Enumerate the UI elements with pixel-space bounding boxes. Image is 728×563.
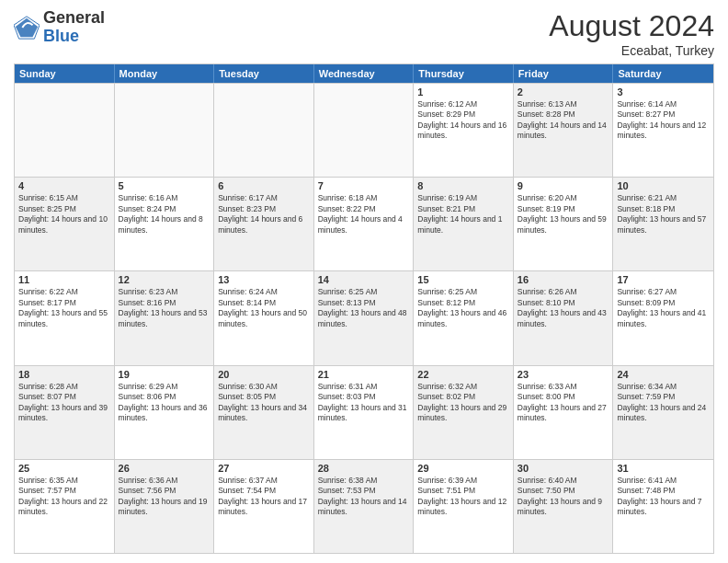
day-number: 3	[617, 86, 710, 98]
day-number: 14	[318, 274, 410, 285]
cell-info: Sunrise: 6:38 AM Sunset: 7:53 PM Dayligh…	[318, 476, 410, 518]
cell-info: Sunrise: 6:26 AM Sunset: 8:10 PM Dayligh…	[518, 287, 609, 329]
day-of-week-header: Monday	[115, 64, 215, 83]
calendar-cell	[214, 84, 314, 177]
day-number: 20	[218, 369, 310, 380]
calendar-cell: 23Sunrise: 6:33 AM Sunset: 8:00 PM Dayli…	[514, 366, 614, 459]
cell-info: Sunrise: 6:25 AM Sunset: 8:13 PM Dayligh…	[318, 287, 410, 329]
day-number: 23	[518, 369, 609, 380]
day-number: 7	[318, 180, 410, 191]
calendar-cell: 25Sunrise: 6:35 AM Sunset: 7:57 PM Dayli…	[15, 460, 115, 553]
day-number: 9	[518, 180, 609, 191]
logo-text: General Blue	[43, 9, 105, 46]
calendar-week-row: 11Sunrise: 6:22 AM Sunset: 8:17 PM Dayli…	[15, 270, 713, 364]
calendar-cell: 27Sunrise: 6:37 AM Sunset: 7:54 PM Dayli…	[214, 460, 314, 553]
calendar-week-row: 25Sunrise: 6:35 AM Sunset: 7:57 PM Dayli…	[15, 459, 713, 553]
calendar-cell: 5Sunrise: 6:16 AM Sunset: 8:24 PM Daylig…	[115, 178, 215, 270]
day-number: 26	[119, 463, 210, 474]
cell-info: Sunrise: 6:14 AM Sunset: 8:27 PM Dayligh…	[617, 99, 710, 142]
calendar-cell: 19Sunrise: 6:29 AM Sunset: 8:06 PM Dayli…	[115, 366, 215, 459]
calendar-cell: 22Sunrise: 6:32 AM Sunset: 8:02 PM Dayli…	[414, 366, 514, 459]
calendar-cell: 29Sunrise: 6:39 AM Sunset: 7:51 PM Dayli…	[414, 460, 514, 553]
calendar-cell: 11Sunrise: 6:22 AM Sunset: 8:17 PM Dayli…	[15, 271, 115, 364]
cell-info: Sunrise: 6:18 AM Sunset: 8:22 PM Dayligh…	[318, 193, 410, 236]
calendar-cell: 1Sunrise: 6:12 AM Sunset: 8:29 PM Daylig…	[414, 84, 514, 177]
cell-info: Sunrise: 6:16 AM Sunset: 8:24 PM Dayligh…	[119, 193, 210, 236]
calendar-header-row: SundayMondayTuesdayWednesdayThursdayFrid…	[15, 64, 713, 83]
calendar-cell: 10Sunrise: 6:21 AM Sunset: 8:18 PM Dayli…	[613, 178, 713, 270]
calendar-cell: 2Sunrise: 6:13 AM Sunset: 8:28 PM Daylig…	[514, 84, 614, 177]
day-number: 4	[18, 180, 110, 191]
cell-info: Sunrise: 6:19 AM Sunset: 8:21 PM Dayligh…	[417, 193, 509, 236]
cell-info: Sunrise: 6:15 AM Sunset: 8:25 PM Dayligh…	[18, 193, 110, 236]
cell-info: Sunrise: 6:23 AM Sunset: 8:16 PM Dayligh…	[119, 287, 210, 329]
calendar-cell: 6Sunrise: 6:17 AM Sunset: 8:23 PM Daylig…	[214, 178, 314, 270]
cell-info: Sunrise: 6:20 AM Sunset: 8:19 PM Dayligh…	[518, 193, 609, 236]
day-number: 16	[518, 274, 609, 285]
calendar-cell: 7Sunrise: 6:18 AM Sunset: 8:22 PM Daylig…	[314, 178, 415, 270]
month-year: August 2024	[549, 9, 714, 43]
day-of-week-header: Friday	[514, 64, 614, 83]
day-of-week-header: Tuesday	[214, 64, 314, 83]
cell-info: Sunrise: 6:41 AM Sunset: 7:48 PM Dayligh…	[617, 476, 710, 518]
day-number: 21	[318, 369, 410, 380]
logo-icon	[14, 15, 40, 40]
calendar-cell: 15Sunrise: 6:25 AM Sunset: 8:12 PM Dayli…	[414, 271, 514, 364]
day-number: 31	[617, 463, 710, 474]
cell-info: Sunrise: 6:30 AM Sunset: 8:05 PM Dayligh…	[218, 382, 310, 424]
cell-info: Sunrise: 6:28 AM Sunset: 8:07 PM Dayligh…	[18, 382, 110, 424]
calendar-cell: 18Sunrise: 6:28 AM Sunset: 8:07 PM Dayli…	[15, 366, 115, 459]
calendar-cell: 16Sunrise: 6:26 AM Sunset: 8:10 PM Dayli…	[514, 271, 614, 364]
day-number: 15	[417, 274, 509, 285]
calendar-cell: 13Sunrise: 6:24 AM Sunset: 8:14 PM Dayli…	[214, 271, 314, 364]
calendar-week-row: 4Sunrise: 6:15 AM Sunset: 8:25 PM Daylig…	[15, 177, 713, 270]
calendar-cell: 4Sunrise: 6:15 AM Sunset: 8:25 PM Daylig…	[15, 178, 115, 270]
day-number: 2	[518, 86, 609, 98]
cell-info: Sunrise: 6:35 AM Sunset: 7:57 PM Dayligh…	[18, 476, 110, 518]
cell-info: Sunrise: 6:39 AM Sunset: 7:51 PM Dayligh…	[417, 476, 509, 518]
day-number: 30	[518, 463, 609, 474]
location: Eceabat, Turkey	[549, 43, 714, 58]
cell-info: Sunrise: 6:32 AM Sunset: 8:02 PM Dayligh…	[417, 382, 509, 424]
calendar-cell: 26Sunrise: 6:36 AM Sunset: 7:56 PM Dayli…	[115, 460, 215, 553]
cell-info: Sunrise: 6:24 AM Sunset: 8:14 PM Dayligh…	[218, 287, 310, 329]
cell-info: Sunrise: 6:21 AM Sunset: 8:18 PM Dayligh…	[617, 193, 710, 236]
cell-info: Sunrise: 6:31 AM Sunset: 8:03 PM Dayligh…	[318, 382, 410, 424]
day-number: 19	[119, 369, 210, 380]
day-number: 17	[617, 274, 710, 285]
cell-info: Sunrise: 6:37 AM Sunset: 7:54 PM Dayligh…	[218, 476, 310, 518]
day-of-week-header: Thursday	[414, 64, 514, 83]
day-number: 29	[417, 463, 509, 474]
calendar-cell: 3Sunrise: 6:14 AM Sunset: 8:27 PM Daylig…	[613, 84, 713, 177]
cell-info: Sunrise: 6:13 AM Sunset: 8:28 PM Dayligh…	[518, 99, 609, 142]
cell-info: Sunrise: 6:40 AM Sunset: 7:50 PM Dayligh…	[518, 476, 609, 518]
day-number: 18	[18, 369, 110, 380]
day-number: 11	[18, 274, 110, 285]
day-number: 28	[318, 463, 410, 474]
day-number: 25	[18, 463, 110, 474]
day-number: 27	[218, 463, 310, 474]
logo-blue: Blue	[43, 27, 79, 45]
day-number: 5	[119, 180, 210, 191]
day-number: 13	[218, 274, 310, 285]
calendar-cell: 24Sunrise: 6:34 AM Sunset: 7:59 PM Dayli…	[613, 366, 713, 459]
cell-info: Sunrise: 6:25 AM Sunset: 8:12 PM Dayligh…	[417, 287, 509, 329]
cell-info: Sunrise: 6:29 AM Sunset: 8:06 PM Dayligh…	[119, 382, 210, 424]
calendar-cell: 9Sunrise: 6:20 AM Sunset: 8:19 PM Daylig…	[514, 178, 614, 270]
day-number: 8	[417, 180, 509, 191]
cell-info: Sunrise: 6:17 AM Sunset: 8:23 PM Dayligh…	[218, 193, 310, 236]
header: General Blue August 2024 Eceabat, Turkey	[14, 9, 714, 58]
calendar-cell	[314, 84, 415, 177]
day-number: 24	[617, 369, 710, 380]
day-number: 6	[218, 180, 310, 191]
calendar-cell: 28Sunrise: 6:38 AM Sunset: 7:53 PM Dayli…	[314, 460, 415, 553]
calendar-cell: 17Sunrise: 6:27 AM Sunset: 8:09 PM Dayli…	[613, 271, 713, 364]
cell-info: Sunrise: 6:36 AM Sunset: 7:56 PM Dayligh…	[119, 476, 210, 518]
day-number: 12	[119, 274, 210, 285]
calendar-cell	[15, 84, 115, 177]
calendar-cell: 12Sunrise: 6:23 AM Sunset: 8:16 PM Dayli…	[115, 271, 215, 364]
calendar-body: 1Sunrise: 6:12 AM Sunset: 8:29 PM Daylig…	[15, 83, 713, 553]
calendar-week-row: 1Sunrise: 6:12 AM Sunset: 8:29 PM Daylig…	[15, 83, 713, 177]
cell-info: Sunrise: 6:33 AM Sunset: 8:00 PM Dayligh…	[518, 382, 609, 424]
logo-general: General	[43, 8, 105, 27]
